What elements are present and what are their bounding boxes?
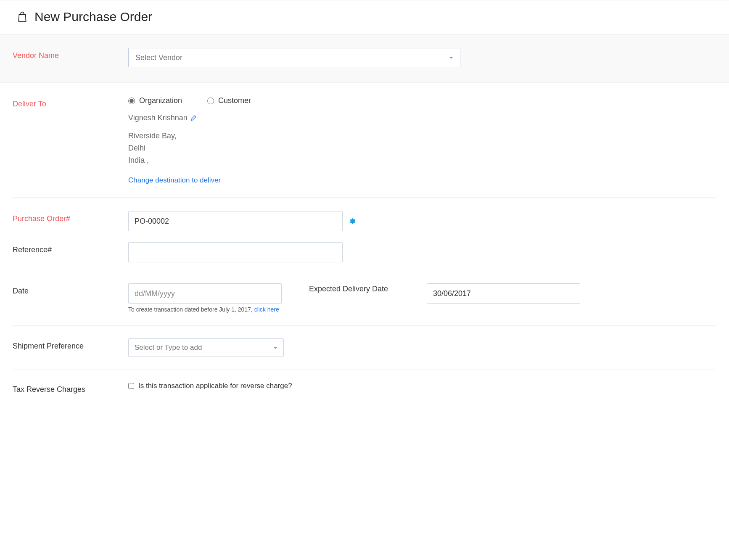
shipment-preference-placeholder: Select or Type to add bbox=[135, 343, 202, 352]
expected-delivery-date-input[interactable] bbox=[427, 283, 580, 304]
tax-reverse-charges-label: Tax Reverse Charges bbox=[13, 382, 128, 394]
date-hint: To create transaction dated before July … bbox=[128, 306, 282, 313]
date-label: Date bbox=[13, 283, 128, 313]
purchase-order-number-label: Purchase Order# bbox=[13, 211, 128, 223]
address-line-2: Delhi bbox=[128, 142, 716, 154]
date-hint-link[interactable]: click here bbox=[254, 306, 279, 313]
reference-number-label: Reference# bbox=[13, 242, 128, 254]
customer-radio-input[interactable] bbox=[207, 98, 214, 104]
date-input[interactable] bbox=[128, 283, 282, 304]
reverse-charge-checkbox[interactable] bbox=[128, 383, 134, 389]
purchase-order-number-input[interactable] bbox=[128, 211, 343, 231]
address-line-3: India , bbox=[128, 154, 716, 166]
page-header: New Purchase Order bbox=[0, 0, 729, 34]
reverse-charge-checkbox-label: Is this transaction applicable for rever… bbox=[138, 382, 292, 390]
reference-number-input[interactable] bbox=[128, 242, 343, 262]
shopping-bag-icon bbox=[17, 11, 28, 23]
address-line-1: Riverside Bay, bbox=[128, 130, 716, 142]
organization-radio-input[interactable] bbox=[128, 98, 135, 104]
gear-icon[interactable] bbox=[349, 217, 356, 225]
organization-radio-label: Organization bbox=[139, 96, 182, 105]
edit-icon[interactable] bbox=[190, 115, 197, 122]
vendor-name-label: Vendor Name bbox=[13, 48, 128, 60]
recipient-name: Vignesh Krishnan bbox=[128, 114, 188, 122]
shipment-preference-label: Shipment Preference bbox=[13, 338, 128, 351]
chevron-down-icon bbox=[273, 347, 277, 349]
deliver-to-organization-radio[interactable]: Organization bbox=[128, 96, 182, 105]
shipment-preference-select[interactable]: Select or Type to add bbox=[128, 338, 284, 357]
deliver-to-customer-radio[interactable]: Customer bbox=[207, 96, 251, 105]
page-title: New Purchase Order bbox=[34, 10, 152, 24]
customer-radio-label: Customer bbox=[218, 96, 251, 105]
deliver-to-label: Deliver To bbox=[13, 96, 128, 108]
vendor-name-select[interactable]: Select Vendor bbox=[128, 48, 460, 67]
change-destination-link[interactable]: Change destination to deliver bbox=[128, 176, 221, 185]
date-hint-text: To create transaction dated before July … bbox=[128, 306, 254, 313]
vendor-name-placeholder: Select Vendor bbox=[135, 53, 182, 62]
chevron-down-icon bbox=[449, 57, 453, 59]
expected-delivery-date-label: Expected Delivery Date bbox=[309, 283, 427, 313]
